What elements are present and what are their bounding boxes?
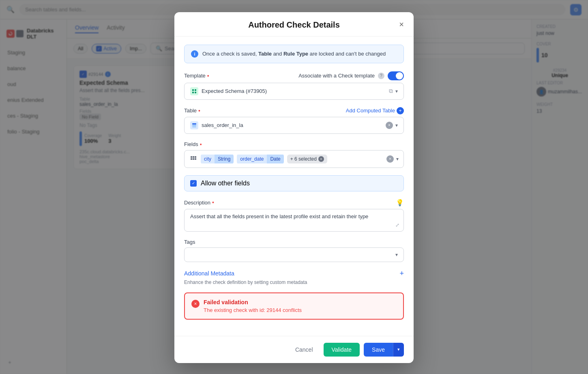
fields-section: Fields • city String [184,141,404,168]
modal-body: i Once a check is saved, Table and Rule … [174,37,414,336]
additional-meta-desc: Enhance the check definition by setting … [184,279,404,285]
info-banner: i Once a check is saved, Table and Rule … [184,45,404,63]
associate-row: Associate with a Check template ? [298,71,404,80]
bulb-icon: 💡 [396,199,404,206]
chevron-down-icon: ▾ [395,88,398,94]
cancel-button[interactable]: Cancel [289,343,320,356]
field-tag-city-name: city [201,155,215,163]
error-title: Failed validation [204,299,302,305]
svg-rect-5 [192,125,196,126]
save-dropdown-button[interactable]: ▾ [393,343,404,357]
table-row-header: Table • Add Computed Table + [184,107,404,114]
authored-check-modal: Authored Check Details × i Once a check … [174,12,414,363]
svg-rect-1 [195,89,196,91]
svg-rect-9 [195,156,196,158]
svg-rect-0 [192,89,194,91]
template-select[interactable]: Expected Schema (#73905) ⧉ ▾ [184,83,404,100]
svg-rect-3 [195,92,196,93]
table-select[interactable]: sales_order_in_la × ▾ [184,117,404,134]
description-row-header: Description • 💡 [184,199,404,206]
more-badge-clear[interactable]: × [318,156,324,162]
add-computed-table[interactable]: Add Computed Table + [346,107,404,114]
svg-rect-7 [191,156,192,158]
svg-rect-2 [192,92,194,93]
template-select-left: Expected Schema (#73905) [190,87,386,95]
allow-fields-label: Allow other fields [201,180,250,187]
field-tag-order-name: order_date [237,155,267,163]
save-button-group: Save ▾ [364,343,404,357]
description-label: Description • [184,199,214,206]
info-icon: i [191,50,198,58]
template-row: Template • Associate with a Check templa… [184,71,404,80]
template-section: Template • Associate with a Check templa… [184,71,404,100]
save-button[interactable]: Save [364,343,393,357]
fields-grid-icon [189,155,197,163]
tags-label: Tags [184,239,404,245]
modal-footer: Cancel Validate Save ▾ [174,336,414,363]
info-text: Once a check is saved, Table and Rule Ty… [202,50,386,58]
additional-metadata-section: Additional Metadata + Enhance the check … [184,269,404,285]
table-label: Table • [184,107,200,114]
description-value: Assert that all the fields present in th… [190,213,368,219]
additional-meta-header: Additional Metadata + [184,269,404,278]
add-metadata-btn[interactable]: + [399,269,404,278]
required-dot-fields: • [200,141,202,148]
add-icon: + [397,107,404,114]
template-icon [190,87,198,95]
fields-clear-btn[interactable]: × [386,155,394,163]
description-section: Description • 💡 Assert that all the fiel… [184,199,404,232]
modal-title: Authored Check Details [248,20,340,30]
help-icon[interactable]: ? [378,73,384,79]
error-icon: × [191,300,200,308]
table-section: Table • Add Computed Table + sales_order… [184,107,404,134]
required-dot-desc: • [212,199,214,206]
svg-rect-10 [191,158,192,160]
error-box: × Failed validation The existing check w… [184,292,404,320]
associate-toggle[interactable] [388,71,404,80]
template-value: Expected Schema (#73905) [202,88,267,94]
table-clear-btn[interactable]: × [386,122,393,129]
fields-label: Fields • [184,141,404,148]
fields-select-right: × ▾ [386,155,399,163]
svg-rect-4 [192,123,196,125]
template-select-right: ⧉ ▾ [389,88,398,95]
tags-chevron-icon: ▾ [395,252,398,258]
field-tag-city[interactable]: city String [201,154,234,164]
expand-icon[interactable]: ⤢ [395,222,399,228]
tags-section: Tags ▾ [184,239,404,262]
field-tag-order-date[interactable]: order_date Date [237,154,283,164]
tags-select[interactable]: ▾ [184,247,404,262]
fields-chevron-icon: ▾ [396,156,399,162]
more-selected-label: + 6 selected [290,156,317,162]
additional-meta-title[interactable]: Additional Metadata [184,270,234,277]
close-button[interactable]: × [397,19,406,30]
table-value: sales_order_in_la [202,122,243,128]
required-dot-template: • [207,73,209,79]
error-desc: The existing check with id: 29144 confli… [204,307,302,313]
validate-button[interactable]: Validate [324,343,360,357]
svg-rect-8 [193,156,194,158]
table-icon [190,121,198,129]
svg-rect-11 [193,158,194,160]
table-select-right: × ▾ [386,122,398,129]
fields-container[interactable]: city String order_date Date + 6 selected… [184,150,404,168]
svg-rect-12 [195,158,196,160]
required-dot-table: • [198,107,200,114]
toggle-thumb [396,72,403,80]
copy-icon[interactable]: ⧉ [389,88,393,95]
allow-fields-checkbox[interactable]: ✓ [190,180,197,187]
table-chevron-icon: ▾ [395,123,398,128]
modal-header: Authored Check Details × [174,12,414,37]
more-selected-badge[interactable]: + 6 selected × [287,155,327,163]
table-select-left: sales_order_in_la [190,121,382,129]
template-label: Template • [184,73,209,79]
description-textarea[interactable]: Assert that all the fields present in th… [184,209,404,232]
field-tag-city-type: String [215,155,234,163]
field-tag-order-type: Date [267,155,283,163]
allow-other-fields-row[interactable]: ✓ Allow other fields [184,175,404,191]
svg-rect-6 [192,127,196,127]
error-content: Failed validation The existing check wit… [204,299,302,313]
